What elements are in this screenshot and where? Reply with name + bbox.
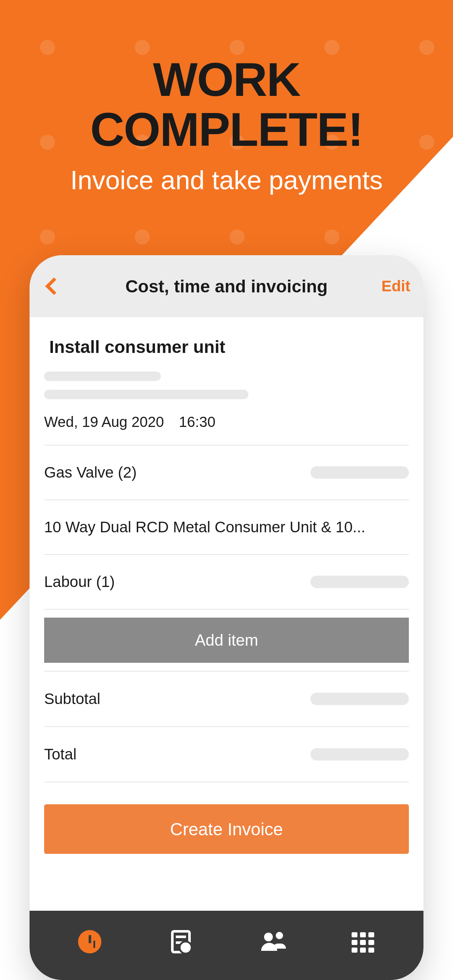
phone-frame: Cost, time and invoicing Edit Install co…	[30, 255, 423, 980]
line-item-amount-placeholder	[310, 466, 409, 479]
job-date: Wed, 19 Aug 2020	[44, 414, 164, 430]
line-item-label: Labour (1)	[44, 573, 310, 590]
edit-button[interactable]: Edit	[381, 277, 410, 295]
subtotal-label: Subtotal	[44, 690, 100, 708]
clock-icon	[78, 930, 101, 953]
tab-customers[interactable]	[259, 929, 285, 955]
create-invoice-button[interactable]: Create Invoice	[44, 804, 409, 854]
job-title: Install consumer unit	[49, 337, 409, 357]
line-item[interactable]: Gas Valve (2)	[44, 445, 409, 500]
back-button[interactable]	[45, 277, 63, 295]
bottom-tab-bar	[30, 911, 423, 980]
grid-icon	[352, 932, 375, 951]
promo-subtitle: Invoice and take payments	[0, 165, 453, 195]
promo-hero: WORK COMPLETE! Invoice and take payments	[0, 55, 453, 195]
tab-invoices[interactable]	[168, 929, 194, 955]
line-item-amount-placeholder	[310, 576, 409, 588]
total-amount-placeholder	[310, 748, 409, 760]
divider	[44, 609, 409, 609]
subtotal-row: Subtotal	[44, 671, 409, 726]
add-item-button[interactable]: Add item	[44, 617, 409, 663]
line-item[interactable]: Labour (1)	[44, 555, 409, 609]
content-area: Install consumer unit Wed, 19 Aug 2020 1…	[30, 317, 423, 911]
people-icon	[259, 932, 285, 951]
promo-title-line2: COMPLETE!	[90, 103, 363, 156]
job-time: 16:30	[179, 414, 215, 430]
promo-title: WORK COMPLETE!	[0, 55, 453, 154]
divider	[44, 782, 409, 783]
tab-schedule[interactable]	[77, 929, 103, 955]
tab-more[interactable]	[350, 929, 376, 955]
line-item[interactable]: 10 Way Dual RCD Metal Consumer Unit & 10…	[44, 500, 409, 554]
header-title: Cost, time and invoicing	[30, 276, 423, 296]
job-datetime: Wed, 19 Aug 2020 16:30	[44, 414, 409, 445]
placeholder-line	[44, 372, 161, 381]
total-label: Total	[44, 746, 77, 763]
total-row: Total	[44, 727, 409, 782]
app-header: Cost, time and invoicing Edit	[30, 255, 423, 317]
promo-title-line1: WORK	[153, 53, 300, 106]
subtotal-amount-placeholder	[310, 693, 409, 705]
placeholder-line	[44, 390, 248, 399]
line-item-label: Gas Valve (2)	[44, 464, 310, 481]
calculator-icon	[171, 930, 191, 953]
line-item-label: 10 Way Dual RCD Metal Consumer Unit & 10…	[44, 519, 409, 536]
